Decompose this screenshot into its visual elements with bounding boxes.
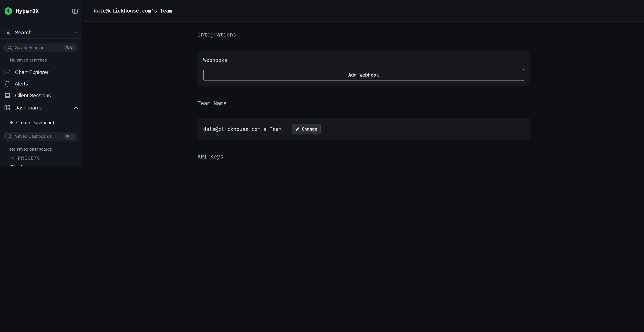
sidebar-item-chart-explorer[interactable]: Chart Explorer [0, 67, 82, 77]
bell-icon [4, 80, 10, 87]
chevron-down-icon [11, 157, 14, 159]
laptop-icon [4, 93, 11, 98]
create-dashboard-button[interactable]: + Create Dashboard [0, 119, 82, 126]
sidebar: HyperDX Search [0, 0, 82, 166]
app-root: HyperDX Search [0, 0, 644, 166]
saved-searches-field[interactable] [14, 45, 64, 50]
plus-icon: + [10, 120, 13, 125]
divider [198, 45, 530, 46]
sidebar-item-alerts[interactable]: Alerts [0, 79, 82, 89]
integrations-heading: Integrations [198, 32, 236, 38]
no-saved-dashboards: No saved dashboards [0, 146, 82, 152]
hyperdx-logo-icon [4, 7, 12, 16]
chevron-up-icon[interactable] [74, 106, 78, 109]
chart-icon [4, 69, 11, 75]
divider [0, 115, 82, 115]
team-name-value: dale@clickhouse.com's Team [203, 126, 282, 132]
no-saved-searches: No saved searches [0, 57, 82, 63]
page-header: dale@clickhouse.com's Team [83, 0, 644, 22]
sidebar-item-dashboards[interactable]: Dashboards [0, 103, 82, 113]
change-team-name-button[interactable]: Change [292, 124, 320, 134]
divider [0, 38, 82, 39]
shortcut-kbd: ⌘K [64, 134, 74, 139]
saved-searches-input[interactable]: ⌘K [4, 43, 77, 52]
page-title: dale@clickhouse.com's Team [94, 8, 172, 14]
api-keys-heading: API Keys [198, 154, 224, 160]
preset-clickhouse[interactable]: ClickHouse [0, 164, 82, 166]
search-section-icon [4, 29, 10, 35]
sidebar-collapse-icon[interactable] [72, 8, 78, 14]
divider [198, 112, 530, 112]
team-name-heading: Team Name [198, 100, 227, 106]
webhooks-card: Webhooks Add Webhook [198, 50, 530, 86]
webhooks-label: Webhooks [203, 57, 227, 63]
sidebar-item-client-sessions[interactable]: Client Sessions [0, 90, 82, 100]
sidebar-section-search[interactable]: Search [0, 26, 82, 38]
search-icon [8, 45, 12, 50]
shortcut-kbd: ⌘K [64, 45, 74, 50]
logo-row: HyperDX [0, 5, 82, 17]
presets-toggle[interactable]: PRESETS [0, 155, 82, 161]
chevron-up-icon[interactable] [74, 31, 78, 34]
search-section-label: Search [15, 29, 32, 35]
team-name-card: dale@clickhouse.com's Team Change [198, 118, 530, 140]
pencil-icon [295, 127, 300, 131]
app-title: HyperDX [16, 8, 39, 14]
search-icon [8, 134, 12, 139]
saved-dashboards-field[interactable] [14, 134, 64, 139]
saved-dashboards-input[interactable]: ⌘K [4, 132, 77, 141]
dashboards-grid-icon [4, 105, 10, 110]
add-webhook-button[interactable]: Add Webhook [203, 69, 524, 81]
